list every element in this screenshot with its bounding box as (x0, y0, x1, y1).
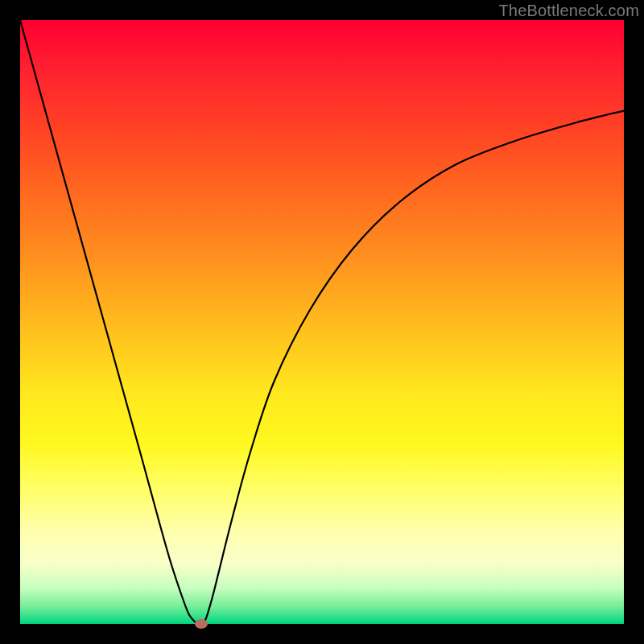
chart-frame: TheBottleneck.com (0, 0, 644, 644)
optimum-marker (195, 619, 208, 629)
watermark-text: TheBottleneck.com (498, 2, 639, 20)
bottleneck-curve (20, 20, 624, 624)
plot-area (20, 20, 624, 624)
